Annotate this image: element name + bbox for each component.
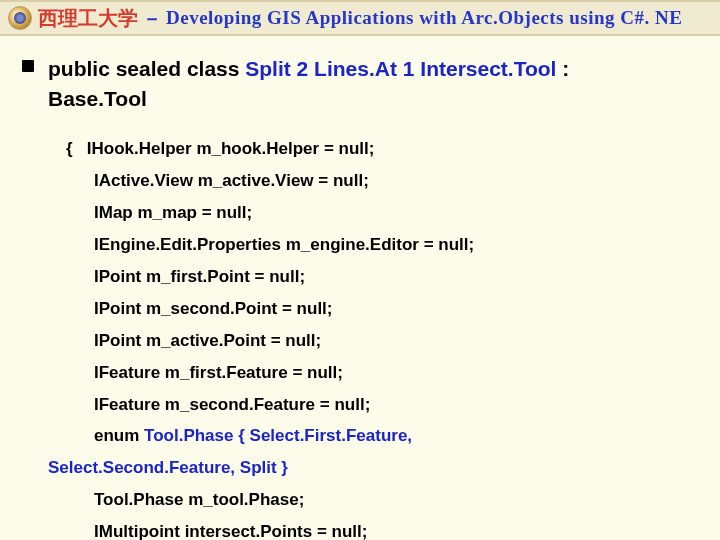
code-line: Select.Second.Feature, Split } bbox=[48, 452, 698, 484]
course-title: Developing GIS Applications with Arc.Obj… bbox=[166, 7, 682, 29]
code-line: IActive.View m_active.View = null; bbox=[94, 165, 698, 197]
code-line: IEngine.Edit.Properties m_engine.Editor … bbox=[94, 229, 698, 261]
code-line: IPoint m_first.Point = null; bbox=[94, 261, 698, 293]
slide-header: 西理工大学 － Developing GIS Applications with… bbox=[0, 0, 720, 36]
header-separator: － bbox=[138, 5, 166, 32]
code-line: IFeature m_first.Feature = null; bbox=[94, 357, 698, 389]
code-line: enum Tool.Phase { Select.First.Feature, bbox=[94, 420, 698, 452]
class-keywords: public sealed class bbox=[48, 57, 245, 80]
code-line: IPoint m_second.Point = null; bbox=[94, 293, 698, 325]
code-line: Tool.Phase m_tool.Phase; bbox=[94, 484, 698, 516]
code-line: IPoint m_active.Point = null; bbox=[94, 325, 698, 357]
base-class-name: Base.Tool bbox=[48, 87, 147, 110]
slide-content: public sealed class Split 2 Lines.At 1 I… bbox=[0, 36, 720, 540]
university-name-cn: 西理工大学 bbox=[38, 5, 138, 32]
bullet-icon bbox=[22, 60, 34, 72]
enum-keyword: enum bbox=[94, 426, 144, 445]
code-line: IMap m_map = null; bbox=[94, 197, 698, 229]
class-body: { IHook.Helper m_hook.Helper = null; IAc… bbox=[66, 133, 698, 540]
enum-values: Select.Second.Feature, Split } bbox=[48, 458, 288, 477]
colon: : bbox=[556, 57, 569, 80]
class-name: Split 2 Lines.At 1 Intersect.Tool bbox=[245, 57, 556, 80]
code-text: IHook.Helper m_hook.Helper = null; bbox=[87, 139, 375, 158]
class-declaration: public sealed class Split 2 Lines.At 1 I… bbox=[48, 54, 698, 115]
enum-values: Tool.Phase { Select.First.Feature, bbox=[144, 426, 412, 445]
open-brace: { bbox=[66, 139, 87, 158]
code-line: IFeature m_second.Feature = null; bbox=[94, 389, 698, 421]
code-line: IMultipoint intersect.Points = null; bbox=[94, 516, 698, 540]
university-logo bbox=[8, 6, 32, 30]
code-line: { IHook.Helper m_hook.Helper = null; bbox=[66, 133, 698, 165]
